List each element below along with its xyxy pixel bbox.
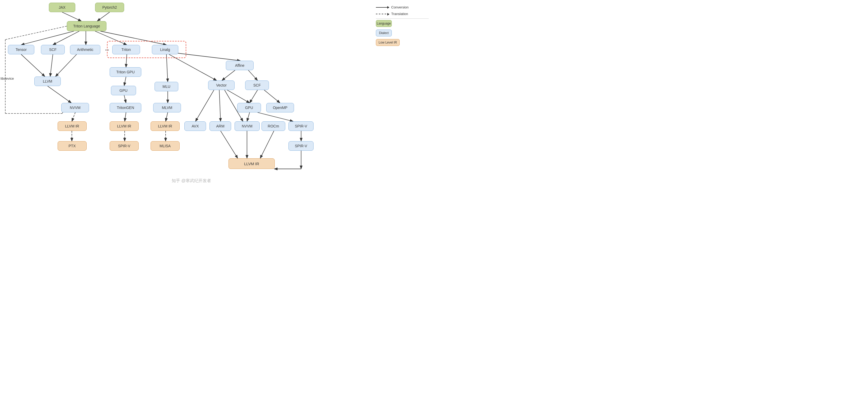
node-nvvm-right: NVVM (235, 122, 260, 131)
node-affine: Affine (226, 61, 254, 70)
node-linalg: Linalg (152, 45, 178, 54)
svg-line-44 (260, 131, 274, 158)
node-ptx: PTX (58, 141, 87, 151)
legend-language: Language (376, 20, 429, 27)
diagram-container: JAX Pytorch2 Triton Language Tensor SCF … (0, 0, 396, 199)
node-llvm-left: LLVM (34, 76, 61, 86)
legend-low-level-ir: Low Level IR (376, 39, 429, 46)
node-spirv-right: SPIR-V (288, 122, 314, 131)
node-triton: Triton (112, 45, 140, 54)
svg-line-22 (195, 90, 214, 122)
svg-line-15 (169, 54, 217, 80)
node-nvvm-left: NVVM (61, 103, 89, 112)
node-spirv-top-right: SPIR-V (288, 141, 314, 151)
node-mlu: MLU (155, 82, 178, 91)
node-spirv-mid: SPIR-V (110, 141, 139, 151)
node-openmp: OpenMP (266, 103, 294, 112)
node-triton-language: Triton Language (67, 21, 106, 31)
svg-line-5 (53, 31, 79, 45)
svg-line-26 (250, 90, 257, 103)
svg-line-43 (5, 26, 67, 40)
legend-translation-label: Translation (391, 12, 408, 16)
svg-line-3 (97, 12, 110, 21)
svg-line-18 (124, 95, 126, 103)
node-tritongen: TritonGEN (110, 103, 141, 112)
svg-line-31 (247, 112, 250, 122)
node-scf: SCF (41, 45, 65, 54)
libdevice-label: libdevice (1, 76, 14, 80)
node-mlisa: MLISA (151, 141, 180, 151)
svg-line-9 (21, 54, 45, 76)
svg-line-23 (219, 90, 221, 122)
svg-line-4 (21, 31, 74, 45)
node-arm: ARM (210, 122, 231, 131)
node-arithmetic: Arithmetic (70, 45, 100, 54)
node-llvmir-tritongen: LLVM IR (110, 122, 139, 131)
watermark: 知乎 @寒武纪开发者 (172, 178, 211, 184)
svg-line-2 (62, 12, 81, 21)
svg-line-19 (222, 70, 235, 80)
svg-line-16 (48, 86, 71, 103)
svg-line-30 (166, 112, 168, 122)
node-avx: AVX (184, 122, 206, 131)
svg-line-13 (166, 54, 168, 82)
svg-line-32 (257, 112, 293, 122)
node-vector: Vector (208, 80, 235, 90)
svg-line-25 (227, 90, 250, 103)
svg-line-20 (248, 70, 257, 80)
node-gpu-right: GPU (237, 103, 261, 112)
svg-line-45 (221, 131, 238, 158)
legend-translation: Translation (376, 12, 429, 16)
svg-line-17 (124, 77, 126, 86)
dots-label: ··· (105, 47, 109, 53)
node-gpu-mid: GPU (111, 86, 136, 95)
node-llvmir-nvvm: LLVM IR (58, 122, 87, 131)
node-llvmir-bottom: LLVM IR (228, 158, 275, 169)
node-pytorch2: Pytorch2 (95, 3, 124, 12)
svg-line-11 (56, 54, 76, 76)
node-jax: JAX (49, 3, 75, 12)
node-triton-gpu: Triton GPU (110, 67, 141, 77)
svg-line-29 (125, 112, 126, 122)
node-mlvm: MLVM (153, 103, 181, 112)
svg-line-28 (72, 112, 75, 122)
legend-conversion-label: Conversion (391, 5, 409, 9)
node-scf-right: SCF (245, 80, 269, 90)
legend-dialect: Dialect (376, 30, 429, 36)
svg-line-27 (264, 90, 280, 103)
node-llvmir-mlu: LLVM IR (151, 122, 180, 131)
svg-line-10 (50, 54, 53, 76)
node-rocm: ROCm (261, 122, 285, 131)
legend-conversion: Conversion (376, 5, 429, 9)
legend: Conversion Translation Language Dialect … (376, 5, 429, 48)
node-tensor: Tensor (8, 45, 34, 54)
arrows-svg (0, 0, 396, 199)
